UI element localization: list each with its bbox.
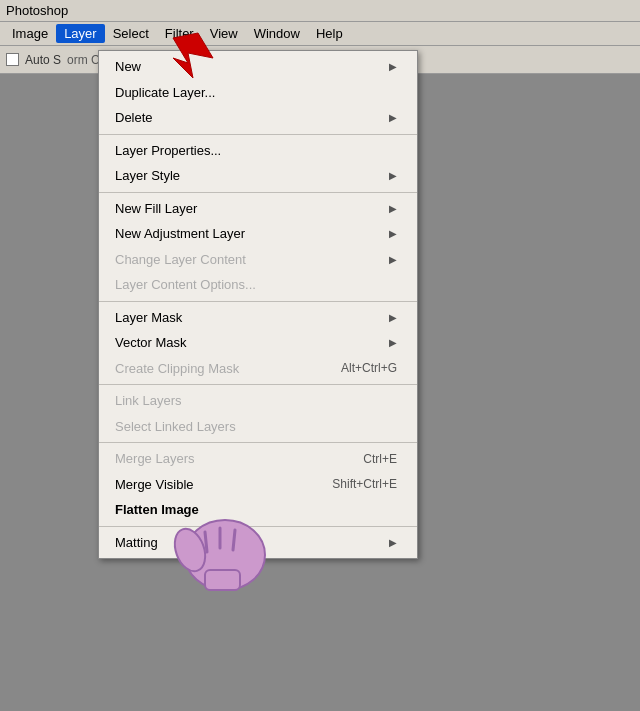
- merge-layers-label: Merge Layers: [115, 449, 194, 469]
- vector-mask-arrow-icon: ▶: [389, 335, 397, 350]
- matting-arrow-icon: ▶: [389, 535, 397, 550]
- merge-layers-shortcut: Ctrl+E: [363, 450, 397, 468]
- layer-content-options-label: Layer Content Options...: [115, 275, 256, 295]
- menu-item-layer-style[interactable]: Layer Style ▶: [99, 163, 417, 189]
- menu-item-layer-mask[interactable]: Layer Mask ▶: [99, 305, 417, 331]
- auto-select-label: Auto S: [25, 53, 61, 67]
- menu-item-delete[interactable]: Delete ▶: [99, 105, 417, 131]
- new-fill-layer-label: New Fill Layer: [115, 199, 197, 219]
- menu-item-filter[interactable]: Filter: [157, 24, 202, 43]
- menu-item-delete-label: Delete: [115, 108, 153, 128]
- menu-item-window[interactable]: Window: [246, 24, 308, 43]
- menu-section-5: Link Layers Select Linked Layers: [99, 385, 417, 443]
- menu-section-2: Layer Properties... Layer Style ▶: [99, 135, 417, 193]
- link-layers-label: Link Layers: [115, 391, 181, 411]
- menu-item-duplicate-label: Duplicate Layer...: [115, 83, 215, 103]
- change-layer-arrow-icon: ▶: [389, 252, 397, 267]
- menu-item-select[interactable]: Select: [105, 24, 157, 43]
- menubar: Image Layer Select Filter View Window He…: [0, 22, 640, 46]
- menu-item-new-fill-layer[interactable]: New Fill Layer ▶: [99, 196, 417, 222]
- menu-item-image[interactable]: Image: [4, 24, 56, 43]
- auto-select-checkbox[interactable]: [6, 53, 19, 66]
- new-fill-arrow-icon: ▶: [389, 201, 397, 216]
- menu-item-merge-layers: Merge Layers Ctrl+E: [99, 446, 417, 472]
- merge-visible-label: Merge Visible: [115, 475, 194, 495]
- vector-mask-label: Vector Mask: [115, 333, 187, 353]
- menu-section-6: Merge Layers Ctrl+E Merge Visible Shift+…: [99, 443, 417, 527]
- arrow-icon: ▶: [389, 59, 397, 74]
- menu-section-1: New ▶ Duplicate Layer... Delete ▶: [99, 51, 417, 135]
- menu-item-help[interactable]: Help: [308, 24, 351, 43]
- menu-section-7: Matting ▶: [99, 527, 417, 559]
- new-adj-arrow-icon: ▶: [389, 226, 397, 241]
- layer-properties-label: Layer Properties...: [115, 141, 221, 161]
- menu-item-link-layers: Link Layers: [99, 388, 417, 414]
- menu-item-change-layer-content: Change Layer Content ▶: [99, 247, 417, 273]
- flatten-image-label: Flatten Image: [115, 500, 199, 520]
- menu-item-view[interactable]: View: [202, 24, 246, 43]
- titlebar-text: Photoshop: [6, 3, 68, 18]
- menu-item-layer-properties[interactable]: Layer Properties...: [99, 138, 417, 164]
- menu-item-matting[interactable]: Matting ▶: [99, 530, 417, 556]
- select-linked-layers-label: Select Linked Layers: [115, 417, 236, 437]
- menu-item-new-adjustment-layer[interactable]: New Adjustment Layer ▶: [99, 221, 417, 247]
- menu-item-layer-content-options: Layer Content Options...: [99, 272, 417, 298]
- menu-item-new[interactable]: New ▶: [99, 54, 417, 80]
- menu-section-3: New Fill Layer ▶ New Adjustment Layer ▶ …: [99, 193, 417, 302]
- delete-arrow-icon: ▶: [389, 110, 397, 125]
- layer-mask-arrow-icon: ▶: [389, 310, 397, 325]
- menu-item-duplicate-layer[interactable]: Duplicate Layer...: [99, 80, 417, 106]
- menu-section-4: Layer Mask ▶ Vector Mask ▶ Create Clippi…: [99, 302, 417, 386]
- titlebar: Photoshop: [0, 0, 640, 22]
- create-clipping-mask-label: Create Clipping Mask: [115, 359, 239, 379]
- menu-item-new-label: New: [115, 57, 141, 77]
- layer-mask-label: Layer Mask: [115, 308, 182, 328]
- menu-item-vector-mask[interactable]: Vector Mask ▶: [99, 330, 417, 356]
- menu-item-flatten-image[interactable]: Flatten Image: [99, 497, 417, 523]
- menu-item-create-clipping-mask: Create Clipping Mask Alt+Ctrl+G: [99, 356, 417, 382]
- layer-dropdown-menu: New ▶ Duplicate Layer... Delete ▶ Layer …: [98, 50, 418, 559]
- new-adjustment-layer-label: New Adjustment Layer: [115, 224, 245, 244]
- menu-item-merge-visible[interactable]: Merge Visible Shift+Ctrl+E: [99, 472, 417, 498]
- clipping-mask-shortcut: Alt+Ctrl+G: [341, 359, 397, 377]
- menu-item-layer[interactable]: Layer: [56, 24, 105, 43]
- layer-style-arrow-icon: ▶: [389, 168, 397, 183]
- matting-label: Matting: [115, 533, 158, 553]
- merge-visible-shortcut: Shift+Ctrl+E: [332, 475, 397, 493]
- change-layer-content-label: Change Layer Content: [115, 250, 246, 270]
- menu-item-select-linked-layers: Select Linked Layers: [99, 414, 417, 440]
- layer-style-label: Layer Style: [115, 166, 180, 186]
